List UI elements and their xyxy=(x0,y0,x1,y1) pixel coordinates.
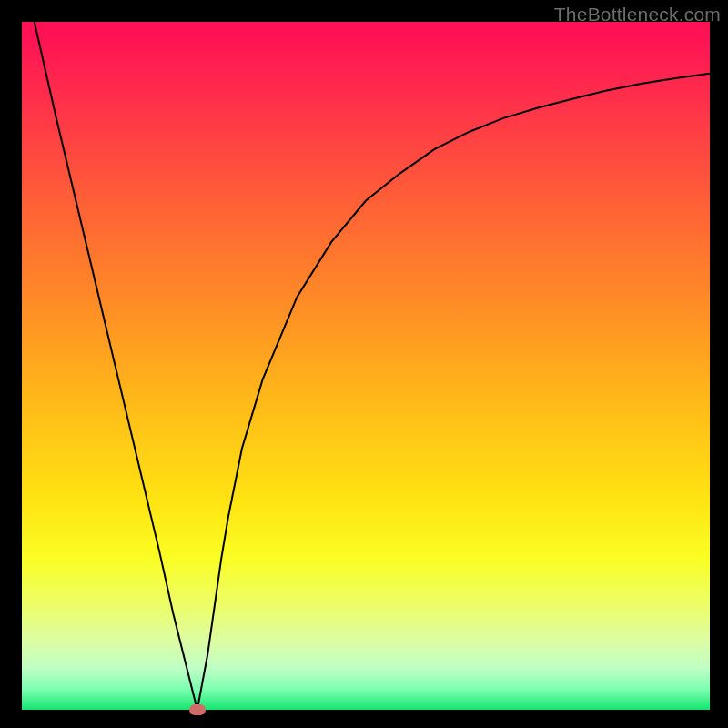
watermark-text: TheBottleneck.com xyxy=(554,4,721,25)
curve-svg xyxy=(22,22,710,710)
optimal-point-marker xyxy=(189,704,206,715)
bottleneck-curve xyxy=(22,0,710,710)
plot-area xyxy=(22,22,710,710)
chart-stage: TheBottleneck.com xyxy=(0,0,728,728)
